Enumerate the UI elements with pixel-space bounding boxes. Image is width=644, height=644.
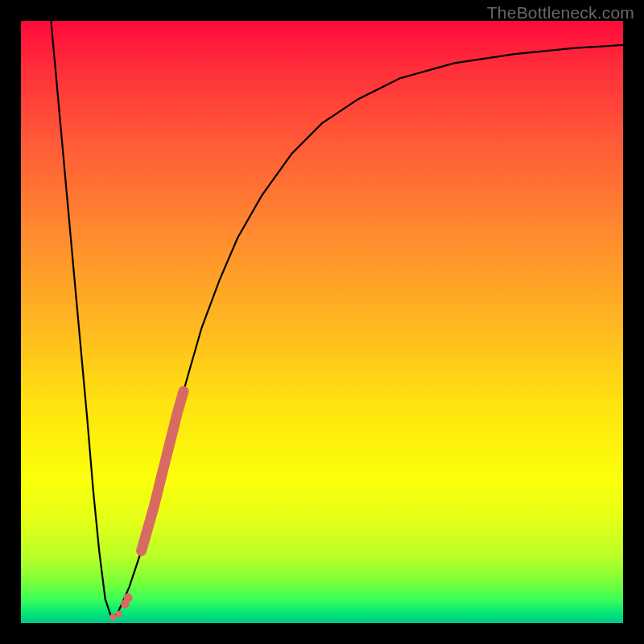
plot-area — [21, 21, 623, 623]
highlight-dot — [116, 611, 122, 617]
highlight-dot — [109, 613, 116, 620]
watermark-text: TheBottleneck.com — [487, 3, 634, 23]
bottleneck-curve — [51, 21, 623, 617]
highlight-segment-thick — [142, 391, 184, 551]
chart-frame: TheBottleneck.com — [0, 0, 644, 644]
highlight-dot — [124, 593, 133, 602]
chart-svg — [21, 21, 623, 623]
